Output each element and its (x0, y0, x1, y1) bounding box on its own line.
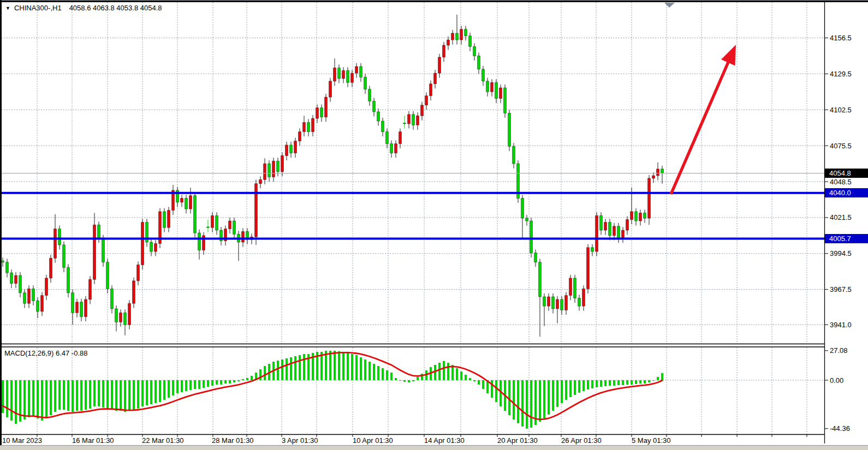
candle-body (574, 278, 576, 298)
candle-body (565, 296, 568, 310)
candle-body (368, 89, 371, 101)
candle-body (552, 297, 555, 309)
candle-body (539, 262, 542, 297)
macd-histogram-bar (303, 354, 305, 380)
window-bottom-strip (0, 445, 868, 450)
macd-histogram-bar (220, 380, 222, 385)
candle-body (613, 226, 616, 236)
macd-histogram-bar (80, 380, 82, 411)
macd-signal-line (3, 352, 662, 419)
candle-body (360, 67, 362, 77)
macd-histogram-bar (390, 373, 393, 380)
candle-body (320, 108, 323, 117)
candle-body (303, 122, 306, 131)
candle-body (447, 40, 450, 45)
macd-histogram-bar (596, 380, 598, 387)
candle-body (482, 69, 485, 81)
candle-body (543, 297, 546, 306)
candle-body (19, 275, 22, 293)
macd-histogram-bar (447, 363, 449, 380)
macd-histogram-bar (102, 380, 104, 407)
candle-body (307, 122, 310, 131)
macd-histogram-bar (329, 351, 331, 380)
candle-body (28, 289, 31, 303)
macd-histogram-bar (600, 380, 602, 387)
candle-body (163, 212, 166, 227)
macd-histogram-bar (478, 380, 480, 385)
candle-body (54, 229, 57, 259)
macd-histogram-bar (539, 380, 541, 422)
macd-histogram-bar (408, 380, 410, 382)
macd-histogram-bar (438, 363, 441, 380)
macd-histogram-bar (159, 380, 161, 402)
candle-body (604, 222, 607, 230)
candle-body (277, 161, 280, 172)
candle-body (181, 199, 183, 202)
macd-histogram-bar (63, 380, 65, 410)
macd-histogram-bar (207, 380, 209, 387)
candle-body (373, 101, 376, 112)
candle-body (93, 225, 96, 279)
candle-body (438, 57, 441, 73)
macd-histogram-bar (10, 380, 13, 421)
macd-histogram-bar (50, 380, 52, 415)
macd-histogram-bar (587, 380, 589, 389)
candle-body (412, 115, 415, 125)
candle-body (37, 301, 39, 311)
macd-histogram-bar (15, 380, 17, 424)
macd-histogram-bar (443, 361, 445, 380)
candle-body (316, 108, 319, 119)
macd-histogram-bar (403, 380, 406, 382)
macd-histogram-bar (72, 380, 74, 412)
candle-body (89, 279, 92, 299)
candle-body (347, 70, 349, 82)
candle-body (430, 84, 432, 96)
macd-histogram-bar (242, 379, 244, 380)
chart-shift-marker-icon (664, 3, 675, 8)
candle-body (408, 115, 411, 124)
macd-histogram-bar (338, 351, 340, 380)
candle-body (465, 29, 467, 36)
candle-body (50, 258, 52, 278)
macd-histogram-bar (373, 364, 375, 380)
candle-body (460, 29, 463, 40)
macd-histogram-bar (93, 380, 96, 406)
macd-histogram-bar (106, 380, 109, 409)
candle-body (242, 232, 245, 243)
candle-body (76, 302, 79, 313)
macd-histogram-bar (277, 361, 279, 380)
candle-body (102, 238, 105, 262)
candle-body (578, 298, 581, 307)
candle-body (591, 248, 594, 251)
macd-histogram-bar (294, 356, 296, 380)
macd-histogram-bar (146, 380, 148, 405)
candle-body (403, 123, 406, 124)
candle-body (521, 199, 524, 219)
candle-body (561, 299, 563, 310)
candle-body (513, 146, 515, 164)
macd-histogram-bar (508, 380, 510, 415)
trend-arrow-shaft[interactable] (671, 62, 728, 194)
candle-body (661, 169, 664, 173)
macd-histogram-bar (351, 354, 353, 380)
candle-body (609, 222, 611, 235)
candle-body (491, 82, 494, 92)
candle-body (364, 77, 367, 89)
candle-body (72, 293, 74, 313)
macd-histogram-bar (111, 380, 113, 410)
macd-histogram-bar (133, 380, 135, 410)
macd-histogram-bar (661, 373, 663, 380)
candle-body (207, 227, 210, 227)
macd-histogram-bar (54, 380, 56, 412)
candle-body (268, 164, 271, 177)
chart-canvas[interactable] (0, 0, 868, 450)
macd-histogram-bar (163, 380, 165, 400)
candle-body (622, 230, 625, 238)
candle-body (329, 81, 332, 97)
trend-arrow-head[interactable] (721, 45, 736, 66)
macd-histogram-bar (128, 380, 130, 411)
candle-body (58, 229, 61, 245)
macd-histogram-bar (224, 380, 227, 383)
macd-histogram-bar (176, 380, 179, 393)
candle-body (548, 297, 550, 306)
